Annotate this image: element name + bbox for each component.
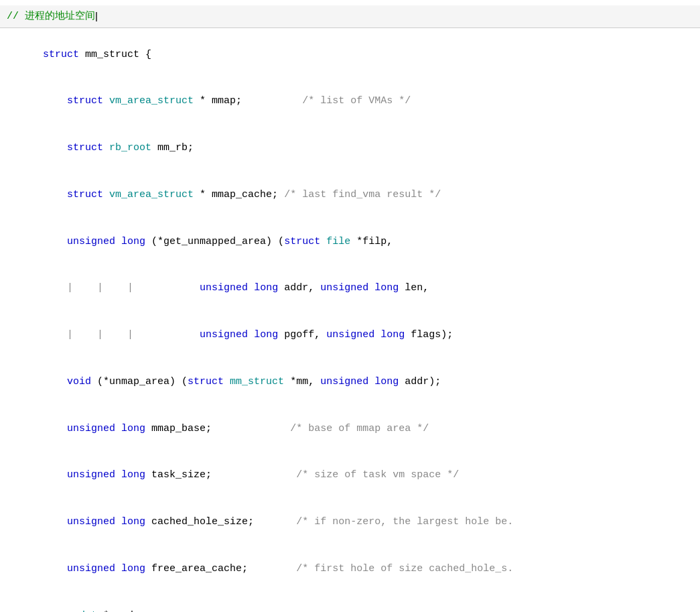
line-get-unmapped: unsigned long (*get_unmapped_area) (stru… xyxy=(0,218,700,265)
line-free-area: unsigned long free_area_cache; /* first … xyxy=(0,546,700,593)
line-unmap-area: void (*unmap_area) (struct mm_struct *mm… xyxy=(0,359,700,406)
line-pgd: pgd_t * pgd; xyxy=(0,592,700,612)
line-mmap-cache: struct vm_area_struct * mmap_cache; /* l… xyxy=(0,172,700,219)
line-mmap-rb: struct rb_root mm_rb; xyxy=(0,125,700,172)
kw-struct: struct xyxy=(43,49,79,60)
line-task-size: unsigned long task_size; /* size of task… xyxy=(0,452,700,499)
line-mmap-base: unsigned long mmap_base; /* base of mmap… xyxy=(0,405,700,452)
text-mmstruct: mm_struct { xyxy=(79,49,151,60)
line-struct-def: struct mm_struct { xyxy=(0,31,700,78)
line-cached-hole: unsigned long cached_hole_size; /* if no… xyxy=(0,499,700,546)
line-get-unmapped-2: | | | unsigned long addr, unsigned long … xyxy=(0,265,700,312)
cursor-blink xyxy=(96,12,97,21)
code-viewer: // 进程的地址空间 struct mm_struct { struct vm_… xyxy=(0,0,700,612)
line-mmap: struct vm_area_struct * mmap; /* list of… xyxy=(0,78,700,125)
code-block: struct mm_struct { struct vm_area_struct… xyxy=(0,28,700,612)
title-comment: // 进程的地址空间 xyxy=(7,11,95,22)
title-bar: // 进程的地址空间 xyxy=(0,5,700,28)
line-get-unmapped-3: | | | unsigned long pgoff, unsigned long… xyxy=(0,312,700,359)
indent xyxy=(43,95,67,107)
